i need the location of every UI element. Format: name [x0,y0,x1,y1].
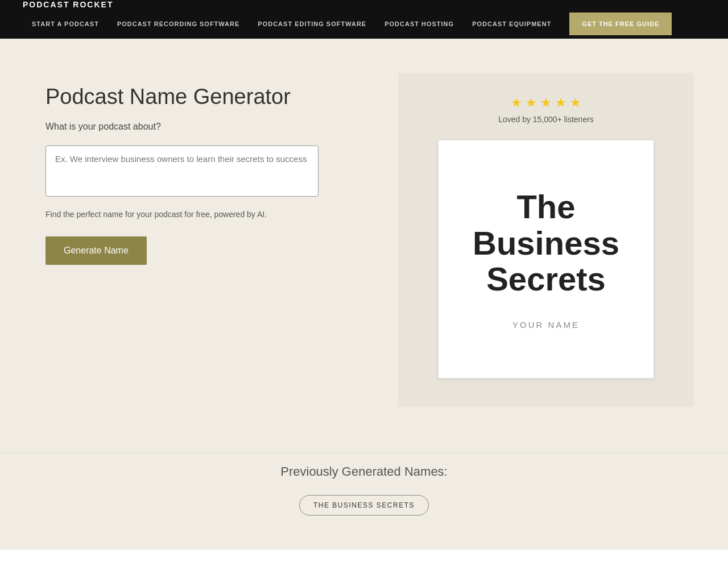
star-2: ★ [526,95,537,110]
hero-section: Podcast Name Generator What is your podc… [0,39,728,452]
previously-generated-section: Previously Generated Names: THE BUSINESS… [0,452,728,550]
generate-name-button[interactable]: Generate Name [46,236,147,265]
navigation: PODCAST ROCKET START A PODCAST PODCAST R… [0,0,728,39]
card-wrapper: ★ ★ ★ ★ ★ Loved by 15,000+ listeners The… [398,73,694,407]
stars-row: ★ ★ ★ ★ ★ [511,95,581,110]
card-title-line1: The [516,188,575,225]
nav-links: START A PODCAST PODCAST RECORDING SOFTWA… [23,9,672,39]
podcast-card-title: The Business Secrets [473,189,619,297]
free-guide-button[interactable]: GET THE FREE GUIDE [569,13,672,35]
helper-text: Find the perfect name for your podcast f… [46,208,318,221]
hero-left: Podcast Name Generator What is your podc… [46,73,318,265]
nav-equipment[interactable]: PODCAST EQUIPMENT [463,9,560,39]
card-title-line2: Business [473,225,619,261]
star-4: ★ [555,95,566,110]
nav-start-podcast[interactable]: START A PODCAST [23,9,108,39]
bottom-section: How Do You Come Up With a Good Podcast N… [0,550,728,582]
nav-hosting[interactable]: PODCAST HOSTING [375,9,463,39]
page-title: Podcast Name Generator [46,84,318,110]
star-1: ★ [511,95,522,110]
star-3: ★ [540,95,552,110]
generated-tag-business-secrets[interactable]: THE BUSINESS SECRETS [299,495,429,516]
site-logo: PODCAST ROCKET [23,0,113,9]
listeners-text: Loved by 15,000+ listeners [498,115,594,124]
card-title-line3: Secrets [486,260,606,297]
nav-editing-software[interactable]: PODCAST EDITING SOFTWARE [249,9,375,39]
podcast-card-your-name: YOUR NAME [512,320,580,330]
hero-right: ★ ★ ★ ★ ★ Loved by 15,000+ listeners The… [387,73,705,407]
previously-generated-title: Previously Generated Names: [23,464,705,479]
generated-tags-list: THE BUSINESS SECRETS [23,495,705,516]
podcast-preview-card: The Business Secrets YOUR NAME [438,140,654,379]
star-5: ★ [570,95,581,110]
nav-recording-software[interactable]: PODCAST RECORDING SOFTWARE [108,9,249,39]
podcast-description-input[interactable] [46,146,318,197]
hero-subtitle: What is your podcast about? [46,122,318,132]
